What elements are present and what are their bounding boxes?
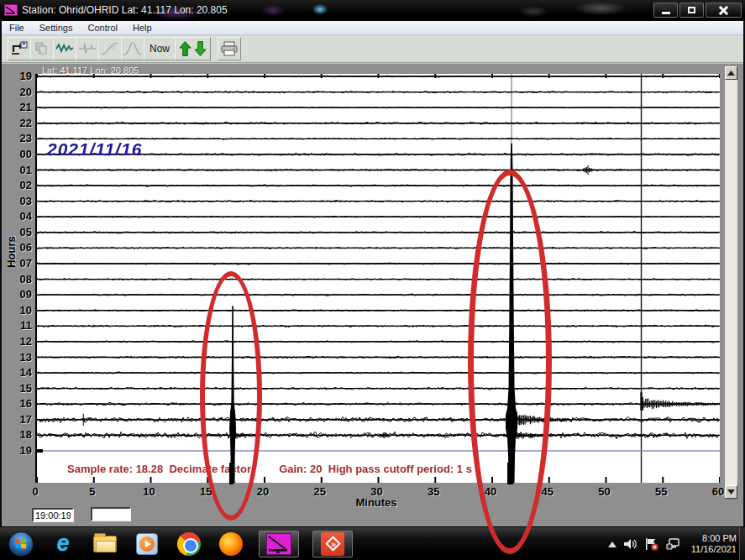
taskbar-internet-explorer[interactable]: e [49,531,77,557]
hour-label-1-20: 20 [7,86,32,98]
title-bar[interactable]: Station: Ohrid/OHRID Lat: 41.117 Lon: 20… [0,0,745,21]
impulse-icon [78,41,97,56]
maximize-button[interactable] [679,3,704,18]
hour-label-21-16: 16 [7,397,32,410]
chrome-icon [177,532,201,556]
menu-control[interactable]: Control [80,22,124,34]
printer-icon [220,41,239,56]
x-axis-title: Minutes [349,496,403,509]
taskbar-seismograph-app[interactable] [259,531,299,557]
taskbar-file-explorer[interactable] [91,531,119,557]
hour-label-16-11: 11 [7,319,32,332]
export-button[interactable] [8,37,31,60]
hour-label-3-22: 22 [7,117,32,129]
helicorder-plot[interactable] [35,74,718,483]
hour-label-20-15: 15 [7,382,32,395]
toolbar: P Now [2,35,743,63]
internet-explorer-icon: e [56,532,69,555]
seismograph-app-icon [266,533,291,555]
gaussian-filter-button-disabled[interactable] [121,37,144,60]
event-bar-overlay [229,463,233,484]
minimize-button[interactable] [653,3,678,18]
x-tick-label-45: 45 [535,485,560,498]
svg-text:P: P [112,45,115,50]
folder-icon [93,536,117,552]
hour-label-12-07: 07 [7,257,32,270]
scroll-updown-button[interactable] [175,37,211,60]
menu-file[interactable]: File [2,22,32,34]
window-title: Station: Ohrid/OHRID Lat: 41.117 Lon: 20… [22,4,228,16]
filter-response-icon: P [100,40,120,57]
hour-label-18-13: 13 [7,351,32,364]
taskbar-media-player[interactable] [133,531,161,557]
taskbar-clock[interactable]: 8:00 PM 11/16/2021 [691,533,737,555]
impulse-filter-button-disabled[interactable] [76,37,99,60]
hour-label-11-06: 06 [7,241,32,254]
waveform-button[interactable] [53,37,76,60]
hour-label-2-21: 21 [7,101,32,113]
date-label: 2021/11/16 [47,139,143,160]
system-tray: 8:00 PM 11/16/2021 [608,527,737,560]
x-tick-label-15: 15 [193,485,218,498]
hour-label-17-12: 12 [7,335,32,348]
taskbar-chrome[interactable] [175,531,203,557]
seismograph-app-window: Station: Ohrid/OHRID Lat: 41.117 Lon: 20… [0,0,745,526]
hour-label-13-08: 08 [7,273,32,285]
network-icon [666,538,680,550]
hour-label-23-18: 18 [7,428,32,441]
x-tick-label-0: 0 [23,485,48,498]
copy-icon [34,41,50,56]
green-up-arrow-icon [179,40,191,57]
action-center-button[interactable] [645,538,658,551]
x-tick-label-55: 55 [648,485,674,498]
hour-label-0-19: 19 [7,70,32,82]
up-arrow-icon [608,542,616,547]
maximize-icon [688,7,695,13]
hour-label-4-23: 23 [7,132,32,144]
helicorder-canvas[interactable] [37,74,720,483]
show-desktop-button[interactable] [739,527,745,560]
hour-label-14-09: 09 [7,288,32,301]
scrollbar-up-button[interactable] [725,66,737,80]
desktop-screen: Station: Ohrid/OHRID Lat: 41.117 Lon: 20… [0,0,745,560]
firefox-icon [219,532,243,556]
aux-field[interactable] [91,507,131,521]
windows-start-icon [8,531,34,557]
gaussian-icon [123,40,143,57]
minimize-icon [662,12,670,14]
x-tick-label-50: 50 [592,485,617,498]
x-tick-label-5: 5 [80,485,105,498]
network-button[interactable] [666,538,680,550]
hour-label-8-03: 03 [7,195,32,207]
x-tick-label-60: 60 [706,485,731,498]
x-tick-label-40: 40 [478,485,503,498]
hour-label-22-17: 17 [7,413,32,426]
x-tick-label-30: 30 [365,485,390,498]
x-tick-label-20: 20 [250,485,275,498]
x-tick-label-35: 35 [421,485,446,498]
start-button[interactable] [7,531,35,557]
media-player-icon [136,533,158,555]
taskbar-remote-app[interactable]: » [312,531,353,557]
current-time-field[interactable] [32,508,74,522]
hour-label-19-14: 14 [7,366,32,379]
clock-date: 11/16/2021 [691,544,737,555]
close-button[interactable] [706,3,742,18]
volume-button[interactable] [624,538,637,550]
export-icon [11,41,28,56]
hour-label-7-02: 02 [7,179,32,191]
menu-settings[interactable]: Settings [32,22,81,34]
taskbar: e » 8:00 PM [0,526,745,560]
copy-button-disabled[interactable] [30,37,54,60]
green-down-arrow-icon [194,40,207,57]
taskbar-firefox[interactable] [217,531,245,557]
hour-label-5-00: 00 [7,148,32,160]
print-button[interactable] [218,37,241,60]
menu-help[interactable]: Help [125,22,160,34]
filter-response-button-disabled[interactable]: P [98,37,122,60]
vertical-scrollbar[interactable] [724,65,738,500]
menu-bar: File Settings Control Help [2,21,743,35]
now-button[interactable]: Now [144,37,176,60]
show-hidden-icons-button[interactable] [608,542,616,547]
hour-label-10-05: 05 [7,226,32,238]
